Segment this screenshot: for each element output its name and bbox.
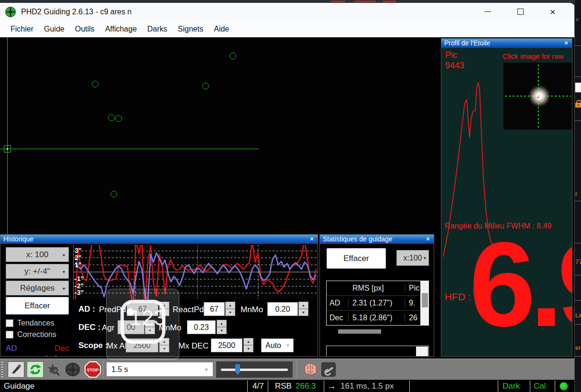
auto-select-star-button[interactable] [45,361,62,378]
mxdec-spinner[interactable]: ▲▼ [243,338,253,352]
menu-aide[interactable]: Aide [214,25,229,33]
menu-fichier[interactable]: Fichier [11,25,33,33]
edge-text: 77 [575,258,581,265]
guide-button[interactable] [64,361,81,378]
menu-darks[interactable]: Darks [147,25,167,33]
stop-button[interactable]: STOP [84,361,101,378]
hfd-label: HFD : [445,291,471,303]
detected-star-circle[interactable] [110,191,117,197]
stats-vertical-scrollbar[interactable] [421,281,429,326]
stop-label: STOP [87,368,99,372]
title-bar[interactable]: PHD2 Guiding 2.6.13 - c9 ares n × [0,3,575,21]
camera-settings-button[interactable] [321,362,336,377]
crosshair-horizontal-line [0,149,259,149]
detected-star-circle[interactable] [230,53,236,59]
ad-mnmo-label: MnMo [241,305,263,315]
y-scale-dropdown[interactable]: y: +/-4'' ▾ [6,264,69,279]
guide-target-icon [65,362,80,377]
window-title: PHD2 Guiding 2.6.13 - c9 ares n [21,8,132,16]
gamma-slider-track[interactable] [221,369,288,371]
mxdec-label: Mx DEC [178,341,208,351]
reactpd-field[interactable]: 67 [204,302,225,316]
toolbar-separator [103,361,103,378]
menu-outils[interactable]: Outils [75,25,95,33]
hfd-value: 6.9 [469,225,572,345]
stats-scale-value: x:100 [403,254,422,262]
guide-stats-panel: Statistiques de guidage × Effacer x:100 … [319,234,434,357]
stats-caption[interactable]: Statistiques de guidage [320,235,434,244]
ad-mnmo-spinner[interactable]: ▲▼ [298,302,308,316]
status-snr-label: RSB [275,381,292,391]
dec-mnmo-field[interactable]: 0.23 [187,320,216,334]
stats-scale-dropdown[interactable]: x:100 ▾ [396,250,429,266]
maximize-button[interactable] [504,3,537,21]
stats-ad-label: AD [327,299,349,307]
dec-row-label: DEC : [78,323,100,332]
detected-star-circle[interactable] [92,81,99,87]
trends-checkbox[interactable] [6,319,13,327]
toolbar-drag-handle[interactable] [1,362,3,377]
stats-header-pic: Pic [405,284,420,293]
exposure-value: 1.5 s [111,365,128,374]
menu-guide[interactable]: Guide [44,25,65,33]
corrections-checkbox[interactable] [6,331,13,338]
status-state: Guidage [4,381,34,391]
chevron-down-icon: ▾ [63,286,65,291]
stats-close-icon[interactable]: × [424,235,432,243]
phd2-logo-icon [5,7,16,17]
lock-icon[interactable] [575,103,581,108]
exposure-duration-combo[interactable]: 1.5 s ˅ [106,362,213,377]
brain-icon [303,361,318,377]
status-frame-count: 4/7 [252,381,264,391]
history-caption[interactable]: Historique [0,235,318,244]
gamma-slider-box [216,361,293,378]
stats-dec-pic: 26 [405,314,420,322]
gamma-slider-thumb[interactable] [235,364,240,372]
settings-dropdown[interactable]: Réglages ▾ [6,281,69,295]
x-scale-value: x: 100 [26,250,48,260]
connect-equipment-button[interactable] [8,361,24,378]
y-tick-m3: -3" [75,289,84,296]
screen: PHD2 Guiding 2.6.13 - c9 ares n × Fichie… [0,0,581,392]
detected-star-circle[interactable] [108,114,115,121]
stats-ad-rms: 2.31 (1.27'') [349,299,405,307]
click-image-hint: Click image for raw [503,52,564,60]
chevron-down-icon: ˅ [205,367,208,372]
lock-position-dot [7,148,8,150]
connection-status-dot [559,382,568,391]
mxdec-field[interactable]: 2500 [211,338,242,352]
stats-row-dec: Dec 5.18 (2.86'') 26 [327,311,420,326]
history-close-icon[interactable]: × [308,235,316,243]
x-scale-dropdown[interactable]: x: 100 ▾ [6,247,69,262]
history-clear-button[interactable]: Effacer [6,297,69,315]
advanced-settings-button[interactable] [303,361,319,378]
status-separator [324,381,324,392]
stats-ad-pic: 9. [405,299,420,307]
menu-affichage[interactable]: Affichage [105,25,137,33]
dec-mnmo-spinner[interactable]: ▲▼ [217,320,227,334]
status-separator [530,381,530,392]
menu-signets[interactable]: Signets [178,25,203,33]
reactpd-spinner[interactable]: ▲▼ [225,302,235,316]
y-tick-2: 2" [75,254,81,261]
stats-clear-button[interactable]: Effacer [327,248,386,269]
touch-numpad-label: 123 [130,306,166,330]
guide-pulse-arrow-icon: → [327,381,336,392]
close-button[interactable]: × [537,3,569,21]
stats-horizontal-scrollbar[interactable] [326,328,429,335]
stats-dec-label: Dec [327,314,349,322]
ad-mnmo-field[interactable]: 0.20 [267,302,298,316]
contrast-icon[interactable] [575,82,581,93]
guider-star-field[interactable] [0,37,440,234]
detected-star-circle[interactable] [202,83,209,89]
star-thumbnail[interactable]: + [504,63,572,130]
star-center-marker: + [537,94,539,100]
status-dark-indicator: Dark [503,381,520,391]
trends-checkbox-row[interactable]: Tendances [6,319,54,327]
detected-star-circle[interactable] [115,115,122,122]
loop-exposures-button[interactable] [27,361,44,378]
corrections-checkbox-row[interactable]: Corrections [6,330,56,339]
main-toolbar: STOP 1.5 s ˅ [0,359,575,380]
minimize-button[interactable] [471,3,504,21]
dec-guide-mode-select[interactable]: Auto ˅ [261,338,294,352]
